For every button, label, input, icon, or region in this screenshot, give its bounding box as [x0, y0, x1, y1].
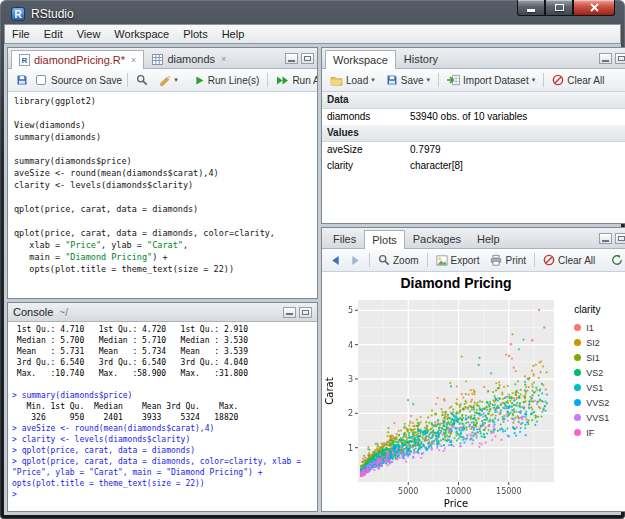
menu-edit[interactable]: Edit — [37, 26, 70, 42]
close-icon — [590, 3, 599, 12]
menu-help[interactable]: Help — [215, 26, 252, 42]
next-plot-button[interactable] — [348, 253, 364, 268]
open-folder-icon — [330, 75, 343, 86]
pane-minimize-icon[interactable] — [599, 233, 612, 244]
clear-all-label: Clear All — [558, 255, 595, 266]
app-icon: R — [11, 7, 25, 21]
object-name: clarity — [322, 158, 410, 174]
code-editor[interactable]: library(ggplot2) View(diamonds)summary(d… — [8, 92, 317, 298]
pane-maximize-icon[interactable] — [301, 53, 314, 64]
minimize-icon — [527, 9, 535, 12]
console-line: Mean : 5.731 Mean : 5.734 Mean : 3.539 — [12, 346, 317, 357]
legend-label: I1 — [586, 323, 594, 333]
arrow-left-icon — [330, 255, 340, 266]
workspace-row-diamonds[interactable]: diamonds53940 obs. of 10 variables — [322, 109, 625, 125]
import-dataset-button[interactable]: Import Dataset ▾ — [444, 72, 538, 88]
previous-plot-button[interactable] — [327, 253, 343, 268]
tab-close-icon[interactable]: × — [131, 55, 136, 65]
save-button[interactable] — [13, 72, 31, 88]
code-line: opts(plot.title = theme_text(size = 22)) — [14, 263, 317, 275]
source-on-save-checkbox[interactable] — [36, 75, 46, 85]
load-workspace-button[interactable]: Load ▾ — [327, 73, 378, 88]
console-line: > aveSize <- round(mean(diamonds$carat),… — [12, 423, 317, 434]
pane-maximize-icon[interactable] — [299, 307, 312, 318]
toolbar-separator — [267, 73, 268, 87]
legend-key-dot — [574, 324, 581, 331]
object-name: aveSize — [322, 142, 410, 158]
legend-label: VS1 — [586, 383, 603, 393]
console-line: 1st Qu.: 4.710 1st Qu.: 4.720 1st Qu.: 2… — [12, 324, 317, 335]
tab-files[interactable]: Files — [325, 229, 364, 248]
menu-view[interactable]: View — [70, 26, 108, 42]
save-label: Save — [401, 75, 424, 86]
tab-diamondpricing-r-[interactable]: RdiamondPricing.R*× — [11, 50, 144, 69]
pencil-icon — [159, 74, 171, 86]
code-tools-button[interactable]: ▾ — [156, 72, 181, 88]
find-button[interactable] — [133, 72, 151, 88]
tab-close-icon[interactable]: × — [221, 54, 226, 64]
pane-maximize-icon[interactable] — [615, 233, 625, 244]
legend-label: VVS2 — [586, 398, 609, 408]
tab-label: diamondPricing.R* — [34, 54, 125, 66]
print-label: Print — [505, 255, 526, 266]
clear-all-button[interactable]: Clear All — [549, 72, 607, 88]
chevron-down-icon: ▾ — [427, 76, 431, 84]
plots-toolbar: Zoom Export Print Clear All — [322, 249, 625, 272]
menu-plots[interactable]: Plots — [176, 26, 214, 42]
pane-minimize-icon[interactable] — [283, 307, 296, 318]
legend-key-dot — [574, 339, 581, 346]
code-line: aveSize <- round(mean(diamonds$carat),4) — [14, 167, 317, 179]
menu-workspace[interactable]: Workspace — [107, 26, 176, 42]
minimize-button[interactable] — [517, 0, 545, 16]
zoom-plot-button[interactable]: Zoom — [375, 252, 422, 268]
object-name: diamonds — [322, 109, 410, 125]
tab-workspace[interactable]: Workspace — [325, 50, 396, 69]
source-tabs: RdiamondPricing.R*×diamonds× — [8, 48, 317, 69]
run-all-button[interactable]: Run All — [273, 73, 318, 88]
tab-plots[interactable]: Plots — [364, 230, 404, 249]
save-workspace-button[interactable]: Save ▾ — [383, 72, 433, 88]
code-line — [14, 143, 317, 155]
tab-label: Files — [333, 233, 356, 245]
pane-maximize-icon[interactable] — [615, 53, 625, 64]
legend-entry-si2: SI2 — [574, 335, 625, 350]
tab-help[interactable]: Help — [469, 229, 508, 248]
toolbar-separator — [438, 73, 439, 87]
export-label: Export — [451, 255, 480, 266]
object-value: 0.7979 — [410, 142, 441, 158]
toolbar-separator — [369, 253, 370, 267]
clear-all-plots-button[interactable]: Clear All — [540, 252, 598, 268]
run-lines-button[interactable]: Run Line(s) — [191, 73, 263, 88]
pane-minimize-icon[interactable] — [599, 53, 612, 64]
plot-title: Diamond Pricing — [336, 275, 576, 291]
menu-file[interactable]: File — [5, 26, 37, 42]
run-icon — [194, 75, 205, 86]
console-output[interactable]: 1st Qu.: 4.710 1st Qu.: 4.720 1st Qu.: 2… — [8, 322, 317, 511]
tab-diamonds[interactable]: diamonds× — [144, 49, 234, 68]
maximize-icon — [555, 4, 564, 11]
console-line: > clarity <- levels(diamonds$clarity) — [12, 434, 317, 445]
legend-entry-vvs2: VVS2 — [574, 395, 625, 410]
pane-minimize-icon[interactable] — [285, 53, 298, 64]
tab-label: History — [404, 53, 438, 65]
legend-entry-i1: I1 — [574, 320, 625, 335]
console-line: 3rd Qu.: 6.540 3rd Qu.: 6.540 3rd Qu.: 4… — [12, 357, 317, 368]
refresh-plot-button[interactable] — [608, 252, 625, 268]
refresh-icon — [611, 254, 623, 266]
maximize-button[interactable] — [545, 0, 573, 16]
console-line: > — [12, 489, 317, 500]
print-plot-button[interactable]: Print — [487, 252, 529, 268]
export-plot-button[interactable]: Export — [433, 253, 483, 268]
r-file-icon: R — [19, 54, 30, 66]
content-area: RdiamondPricing.R*×diamonds× Source on S… — [4, 44, 621, 515]
close-button[interactable] — [573, 0, 615, 16]
workspace-row-clarity[interactable]: claritycharacter[8] — [322, 158, 625, 174]
tab-packages[interactable]: Packages — [405, 229, 469, 248]
tab-history[interactable]: History — [396, 49, 446, 68]
code-line — [14, 215, 317, 227]
run-lines-label: Run Line(s) — [208, 75, 260, 86]
workspace-row-aveSize[interactable]: aveSize0.7979 — [322, 142, 625, 158]
magnifier-icon — [136, 74, 148, 86]
code-line: xlab = "Price", ylab = "Carat", — [14, 239, 317, 251]
plot-legend: clarity I1SI2SI1VS2VS1VVS2VVS1IF — [574, 304, 625, 440]
